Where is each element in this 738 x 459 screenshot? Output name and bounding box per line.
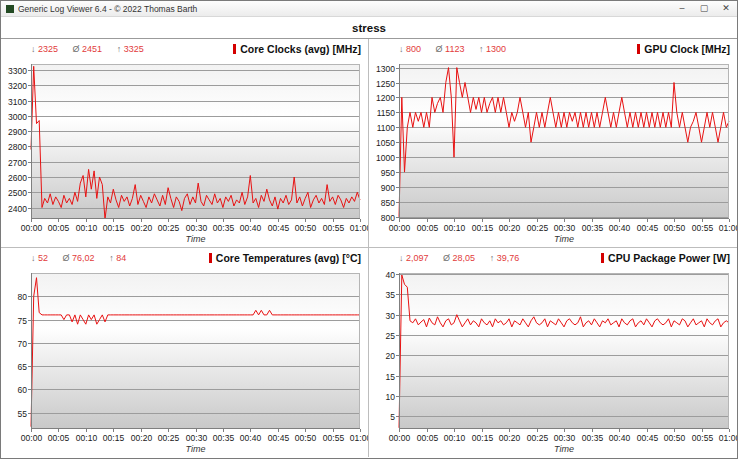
- log-name-label: stress: [352, 22, 386, 34]
- svg-text:2400: 2400: [8, 204, 27, 214]
- svg-text:2800: 2800: [8, 142, 27, 152]
- svg-text:00:45: 00:45: [637, 433, 659, 443]
- chart-header: ↓ 800 Ø 1123 ↑ 1300 GPU Clock [MHz]: [369, 39, 737, 59]
- stat-max-value: 1300: [486, 44, 506, 54]
- svg-text:20: 20: [386, 351, 396, 361]
- core-temperatures-chart[interactable]: 55606570758000:0000:0500:1000:1500:2000:…: [1, 268, 368, 457]
- minimize-button[interactable]: –: [671, 1, 693, 16]
- svg-text:00:35: 00:35: [213, 433, 235, 443]
- series-color-bar-icon: [209, 253, 212, 263]
- svg-text:00:05: 00:05: [48, 433, 70, 443]
- svg-text:00:25: 00:25: [158, 223, 180, 233]
- svg-text:00:10: 00:10: [444, 433, 466, 443]
- svg-text:00:45: 00:45: [637, 223, 659, 233]
- max-arrow-icon: ↑: [117, 44, 122, 54]
- stat-max-value: 3325: [124, 44, 144, 54]
- app-window: Generic Log Viewer 6.4 - © 2022 Thomas B…: [0, 0, 738, 459]
- chart-header: ↓ 2325 Ø 2451 ↑ 3325 Core Clocks (avg) […: [1, 39, 368, 59]
- svg-text:01:00: 01:00: [350, 223, 368, 233]
- svg-text:10: 10: [386, 392, 396, 402]
- svg-text:00:15: 00:15: [472, 223, 494, 233]
- stat-avg-value: 2451: [82, 44, 102, 54]
- window-title: Generic Log Viewer 6.4 - © 2022 Thomas B…: [18, 4, 197, 14]
- svg-text:00:25: 00:25: [527, 223, 549, 233]
- core-temperatures-panel: ↓ 52 Ø 76,02 ↑ 84 Core Temperatures (avg…: [1, 248, 369, 457]
- stat-avg-value: 76,02: [72, 253, 95, 263]
- svg-text:00:20: 00:20: [499, 433, 521, 443]
- series-color-bar-icon: [233, 44, 236, 54]
- svg-text:2500: 2500: [8, 188, 27, 198]
- chart-title-text: Core Temperatures (avg) [°C]: [216, 252, 361, 264]
- svg-text:3000: 3000: [8, 112, 27, 122]
- cpu-package-power-panel: ↓ 2,097 Ø 28,05 ↑ 39,76 CPU Package Powe…: [369, 248, 737, 457]
- core-clocks-panel: ↓ 2325 Ø 2451 ↑ 3325 Core Clocks (avg) […: [1, 39, 369, 248]
- window-title-bar: Generic Log Viewer 6.4 - © 2022 Thomas B…: [1, 1, 737, 17]
- svg-text:00:25: 00:25: [158, 433, 180, 443]
- svg-text:00:05: 00:05: [417, 433, 439, 443]
- avg-icon: Ø: [73, 44, 80, 54]
- min-arrow-icon: ↓: [31, 253, 36, 263]
- stat-avg-value: 28,05: [453, 253, 476, 263]
- svg-text:Time: Time: [186, 444, 206, 454]
- stat-max-value: 39,76: [497, 253, 520, 263]
- chart-title: Core Clocks (avg) [MHz]: [233, 43, 361, 55]
- svg-text:00:05: 00:05: [417, 223, 439, 233]
- svg-text:00:00: 00:00: [21, 433, 43, 443]
- svg-text:00:25: 00:25: [527, 433, 549, 443]
- chart-header: ↓ 52 Ø 76,02 ↑ 84 Core Temperatures (avg…: [1, 248, 368, 268]
- close-button[interactable]: ✕: [715, 1, 737, 16]
- svg-text:00:30: 00:30: [186, 433, 208, 443]
- core-clocks-chart[interactable]: 2400250026002700280029003000310032003300…: [1, 59, 368, 247]
- stat-min-value: 2,097: [406, 253, 429, 263]
- series-color-bar-icon: [637, 44, 640, 54]
- svg-text:00:00: 00:00: [21, 223, 43, 233]
- gpu-clock-chart[interactable]: 8008509009501000105011001150120012501300…: [369, 59, 737, 247]
- svg-text:00:40: 00:40: [609, 433, 631, 443]
- svg-text:80: 80: [18, 292, 28, 302]
- svg-text:75: 75: [18, 316, 28, 326]
- chart-stats: ↓ 800 Ø 1123 ↑ 1300: [399, 44, 518, 54]
- svg-text:00:45: 00:45: [268, 433, 290, 443]
- stat-avg-value: 1123: [445, 44, 464, 54]
- chart-title-text: CPU Package Power [W]: [608, 252, 730, 264]
- svg-text:15: 15: [386, 372, 396, 382]
- svg-text:1100: 1100: [377, 123, 396, 133]
- svg-text:00:10: 00:10: [76, 223, 98, 233]
- svg-text:00:45: 00:45: [268, 223, 290, 233]
- svg-text:60: 60: [18, 385, 28, 395]
- svg-text:1000: 1000: [376, 153, 395, 163]
- svg-text:00:30: 00:30: [554, 223, 576, 233]
- svg-text:00:55: 00:55: [692, 223, 714, 233]
- chart-stats: ↓ 2325 Ø 2451 ↑ 3325: [31, 44, 156, 54]
- svg-text:00:50: 00:50: [295, 223, 317, 233]
- charts-grid: ↓ 2325 Ø 2451 ↑ 3325 Core Clocks (avg) […: [1, 39, 737, 457]
- chart-title: GPU Clock [MHz]: [637, 43, 730, 55]
- svg-text:00:15: 00:15: [103, 223, 125, 233]
- svg-text:01:00: 01:00: [719, 223, 737, 233]
- chart-stats: ↓ 2,097 Ø 28,05 ↑ 39,76: [399, 253, 531, 263]
- avg-icon: Ø: [436, 44, 443, 54]
- svg-text:2700: 2700: [8, 158, 27, 168]
- chart-title-text: GPU Clock [MHz]: [644, 43, 730, 55]
- svg-text:01:00: 01:00: [350, 433, 368, 443]
- svg-text:00:40: 00:40: [609, 223, 631, 233]
- stat-min-value: 2325: [38, 44, 58, 54]
- series-color-bar-icon: [601, 253, 604, 263]
- svg-text:00:55: 00:55: [323, 223, 345, 233]
- avg-icon: Ø: [63, 253, 70, 263]
- svg-text:25: 25: [386, 331, 396, 341]
- stat-min-value: 52: [38, 253, 48, 263]
- svg-text:5: 5: [390, 412, 395, 422]
- min-arrow-icon: ↓: [31, 44, 36, 54]
- maximize-button[interactable]: ▢: [693, 1, 715, 16]
- svg-text:3200: 3200: [8, 81, 27, 91]
- svg-text:00:15: 00:15: [472, 433, 494, 443]
- avg-icon: Ø: [443, 253, 450, 263]
- svg-text:00:20: 00:20: [131, 223, 153, 233]
- svg-text:00:10: 00:10: [76, 433, 98, 443]
- svg-text:40: 40: [386, 270, 396, 280]
- svg-text:01:00: 01:00: [719, 433, 737, 443]
- svg-text:35: 35: [386, 290, 396, 300]
- min-arrow-icon: ↓: [399, 253, 404, 263]
- cpu-package-power-chart[interactable]: 51015202530354000:0000:0500:1000:1500:20…: [369, 268, 737, 457]
